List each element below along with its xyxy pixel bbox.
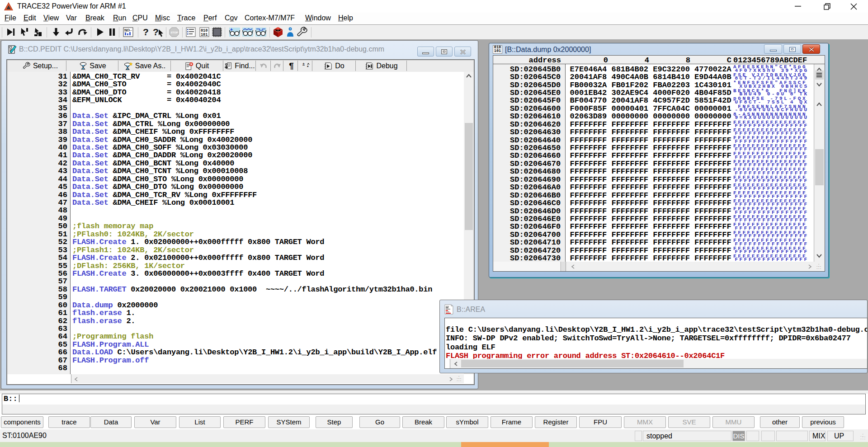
- svg-text:?: ?: [143, 27, 149, 37]
- svg-text:*: *: [307, 65, 309, 69]
- svg-text:?: ?: [153, 27, 159, 37]
- svg-text:101: 101: [201, 33, 208, 37]
- svg-text:STOP: STOP: [170, 31, 178, 34]
- svg-text:±: ±: [302, 62, 305, 66]
